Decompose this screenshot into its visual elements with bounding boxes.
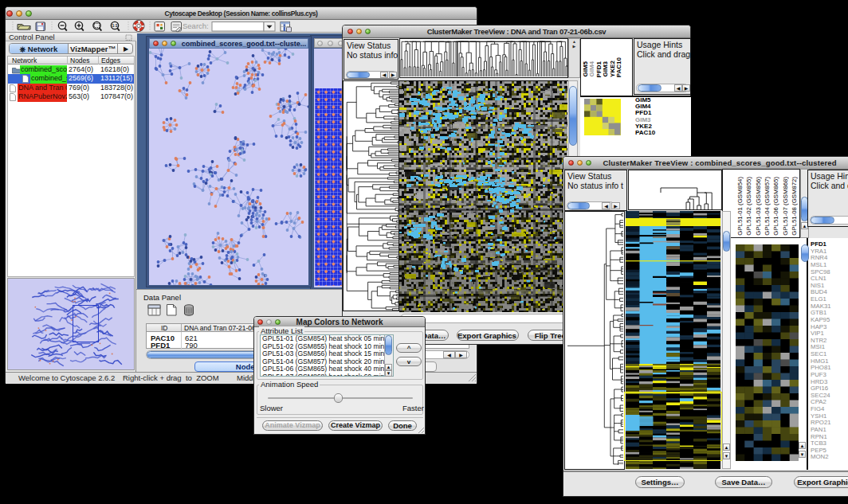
svg-text:1:1: 1:1 xyxy=(112,23,117,28)
svg-text:Search:: Search: xyxy=(183,21,209,30)
